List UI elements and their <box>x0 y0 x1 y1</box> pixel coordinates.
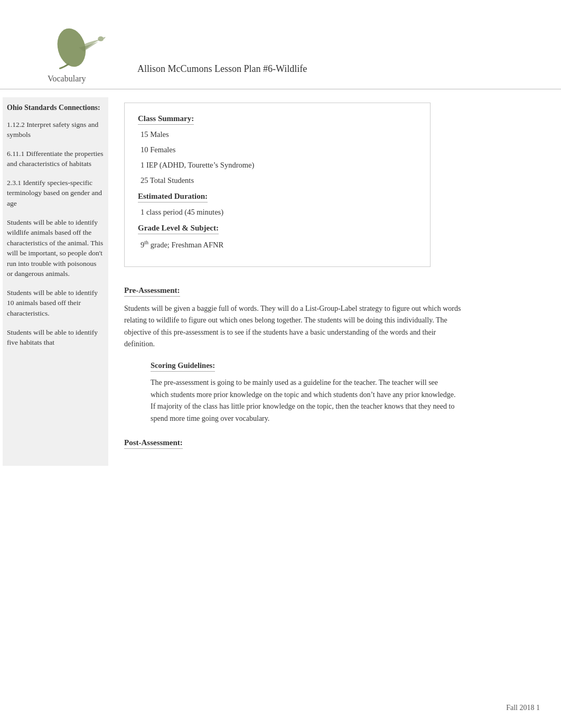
sidebar-item-standard-2: 6.11.1 Differentiate the properties and … <box>7 149 104 169</box>
post-assessment-label: Post-Assessment: <box>124 438 183 449</box>
females-line: 10 Females <box>141 145 417 154</box>
logo-svg <box>42 25 106 70</box>
left-sidebar: Ohio Standards Connections: 1.12.2 Inter… <box>3 97 108 466</box>
scoring-block: Scoring Guidelines: The pre-assessment i… <box>151 361 545 425</box>
page-footer: Fall 2018 1 <box>506 704 540 712</box>
grade-text: grade; Freshman AFNR <box>151 241 224 249</box>
grade-line: 9th grade; Freshman AFNR <box>141 239 417 250</box>
scoring-guidelines-label: Scoring Guidelines: <box>151 361 215 372</box>
grade-label: Grade Level & Subject: <box>138 224 219 234</box>
title-area: Allison McCumons Lesson Plan #6-Wildlife <box>137 21 545 75</box>
vocabulary-label: Vocabulary <box>48 74 86 84</box>
class-summary-box: Class Summary: 15 Males 10 Females 1 IEP… <box>124 103 431 267</box>
sidebar-section-title: Ohio Standards Connections: <box>7 103 104 113</box>
scoring-guidelines-text: The pre-assessment is going to be mainly… <box>151 377 457 425</box>
svg-point-1 <box>98 36 104 41</box>
pre-assessment-section: Pre-Assessment: Students will be given a… <box>124 280 545 460</box>
sidebar-item-objective-2: Students will be able to identify 10 ani… <box>7 288 104 319</box>
sidebar-item-objective-1: Students will be able to identify wildli… <box>7 217 104 279</box>
page-container: Vocabulary Allison McCumons Lesson Plan … <box>0 0 561 728</box>
content-wrapper: Ohio Standards Connections: 1.12.2 Inter… <box>0 92 561 471</box>
sidebar-item-objective-3: Students will be able to identify five h… <box>7 327 104 348</box>
header: Vocabulary Allison McCumons Lesson Plan … <box>0 0 561 89</box>
duration-line: 1 class period (45 minutes) <box>141 208 417 217</box>
logo-icon <box>42 21 106 74</box>
page-title: Allison McCumons Lesson Plan #6-Wildlife <box>137 63 307 75</box>
main-content: Class Summary: 15 Males 10 Females 1 IEP… <box>114 97 556 466</box>
total-line: 25 Total Students <box>141 176 417 185</box>
grade-superscript: th <box>144 239 148 245</box>
iep-line: 1 IEP (ADHD, Tourette’s Syndrome) <box>141 161 417 170</box>
class-summary-label: Class Summary: <box>138 114 194 125</box>
pre-assessment-text: Students will be given a baggie full of … <box>124 303 462 351</box>
males-line: 15 Males <box>141 130 417 139</box>
sidebar-item-standard-3: 2.3.1 Identify species-specific terminol… <box>7 178 104 209</box>
footer-text: Fall 2018 1 <box>506 704 540 712</box>
duration-label: Estimated Duration: <box>138 192 208 202</box>
pre-assessment-label: Pre-Assessment: <box>124 286 180 297</box>
sidebar-item-standard-1: 1.12.2 Interpret safety signs and symbol… <box>7 119 104 140</box>
header-divider <box>0 89 561 89</box>
logo-area: Vocabulary <box>42 21 106 84</box>
